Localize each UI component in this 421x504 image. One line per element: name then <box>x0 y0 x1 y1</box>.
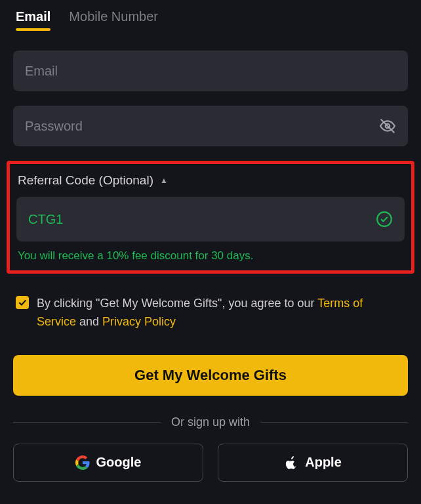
privacy-policy-link[interactable]: Privacy Policy <box>102 315 176 328</box>
tab-email[interactable]: Email <box>16 9 50 30</box>
email-field-wrap <box>13 51 408 91</box>
referral-input[interactable] <box>28 212 369 227</box>
referral-highlight: Referral Code (Optional) ▲ You will rece… <box>7 161 414 274</box>
or-label: Or sign up with <box>171 415 250 429</box>
agree-checkbox[interactable] <box>16 296 29 309</box>
apple-icon <box>284 455 298 470</box>
get-welcome-gifts-button[interactable]: Get My Welcome Gifts <box>13 355 408 396</box>
svg-point-2 <box>377 212 391 226</box>
or-divider: Or sign up with <box>13 415 408 429</box>
agreement-joiner: and <box>76 315 102 328</box>
check-circle-icon <box>376 211 393 228</box>
password-input[interactable] <box>25 119 379 134</box>
divider-line <box>260 422 408 423</box>
toggle-password-visibility-icon[interactable] <box>379 117 396 135</box>
tab-mobile[interactable]: Mobile Number <box>69 9 158 30</box>
signup-method-tabs: Email Mobile Number <box>13 9 408 36</box>
referral-field-wrap <box>16 197 405 242</box>
caret-up-icon: ▲ <box>160 176 168 185</box>
agreement-prefix: By clicking "Get My Welcome Gifts", you … <box>37 297 317 310</box>
password-field-wrap <box>13 106 408 146</box>
referral-toggle[interactable]: Referral Code (Optional) ▲ <box>16 173 405 188</box>
google-signup-button[interactable]: Google <box>13 444 203 482</box>
agreement-row: By clicking "Get My Welcome Gifts", you … <box>13 295 408 331</box>
divider-line <box>13 422 161 423</box>
referral-header-label: Referral Code (Optional) <box>18 173 153 188</box>
email-input[interactable] <box>25 64 396 79</box>
agreement-text: By clicking "Get My Welcome Gifts", you … <box>37 295 405 331</box>
apple-label: Apple <box>305 455 342 470</box>
social-buttons: Google Apple <box>13 444 408 482</box>
google-icon <box>75 455 90 470</box>
google-label: Google <box>96 455 142 470</box>
referral-message: You will receive a 10% fee discount for … <box>16 249 405 262</box>
apple-signup-button[interactable]: Apple <box>218 444 408 482</box>
